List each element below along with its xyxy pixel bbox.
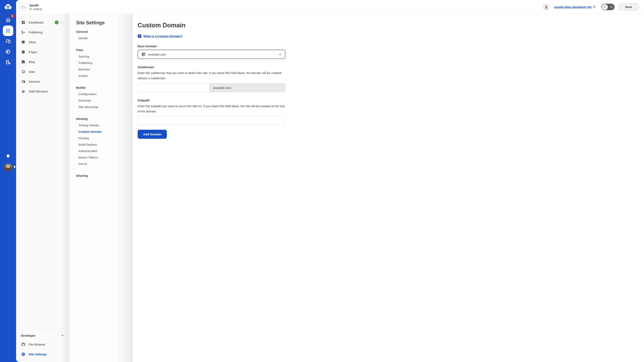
help-link[interactable]: What is a Custom Domain?: [143, 34, 182, 38]
nav-item-label: Dashboard: [28, 21, 43, 24]
subpath-label: Subpath: [138, 98, 285, 102]
subdomain-suffix: .example.com: [209, 83, 285, 92]
section-heading-general: General: [76, 30, 133, 33]
organization-gear-icon: [6, 59, 11, 65]
rail-globe-button[interactable]: [4, 47, 12, 56]
content-columns: Dashboard Publishing: [16, 14, 322, 181]
settings-item-details[interactable]: Details: [78, 35, 133, 41]
nav-item-pages[interactable]: Pages: [16, 47, 69, 57]
apps-grid-icon: [6, 28, 11, 33]
nav-item-label: Pages: [28, 50, 37, 54]
nav-item-services[interactable]: Services: [16, 77, 69, 86]
cloudcannon-logo-icon: [4, 3, 12, 10]
settings-item-publishing[interactable]: Publishing: [78, 60, 133, 66]
nav-item-label: Publishing: [28, 30, 42, 34]
nav-item-label: Services: [28, 80, 40, 83]
branch-icon: [30, 8, 32, 10]
pending-status-icon: [60, 21, 63, 24]
environment-label: staging: [33, 7, 42, 10]
settings-item-schedule[interactable]: Schedule: [78, 97, 133, 104]
rail-notifications-button[interactable]: [4, 152, 12, 160]
subpath-description: Enter the subpath you want to serve this…: [138, 104, 285, 114]
sync-status: [55, 20, 63, 24]
git-branch-icon: [21, 30, 25, 34]
question-icon: ?: [138, 34, 142, 38]
dashboard-icon: [21, 20, 25, 24]
section-heading-hosting: Hosting: [76, 117, 133, 121]
site-nav-sidebar: Dashboard Publishing: [16, 14, 70, 181]
environment-row: staging: [30, 7, 42, 10]
notification-badge: 2: [10, 14, 14, 18]
settings-item-backups[interactable]: Backups: [78, 66, 133, 73]
globe-icon: [6, 49, 11, 54]
subdomain-input-group: .example.com: [138, 83, 285, 92]
settings-item-forms[interactable]: Forms: [78, 161, 133, 167]
devices-icon: [21, 79, 25, 84]
document-icon: [21, 50, 25, 54]
rail-home-button[interactable]: 2: [4, 15, 12, 24]
section-heading-sharing: Sharing: [76, 174, 133, 178]
settings-item-build-deploys[interactable]: Build Deploys: [78, 141, 133, 148]
settings-item-configuration[interactable]: Configuration: [78, 91, 133, 97]
page-title: Custom Domain: [138, 22, 285, 29]
settings-item-routing[interactable]: Routing: [78, 135, 133, 141]
section-heading-files: Files: [76, 48, 133, 52]
subpath-input[interactable]: [138, 116, 285, 125]
nav-item-publishing[interactable]: Publishing: [16, 27, 69, 37]
expand-arrow-icon: [14, 166, 16, 168]
nav-item-label: Staff Members: [28, 90, 48, 93]
app-surface: Sendit staging purple-door.cloudvent.net: [16, 0, 322, 181]
cloudcannon-logo[interactable]: [4, 2, 12, 11]
site-name: Sendit: [30, 3, 42, 7]
home-icon: [6, 17, 11, 23]
settings-item-syncing[interactable]: Syncing: [78, 53, 133, 60]
add-domain-button[interactable]: Add Domain: [138, 130, 167, 139]
settings-subnav: Site Settings General Details Files Sync…: [70, 14, 133, 181]
nav-item-inbox[interactable]: Inbox: [16, 37, 69, 47]
nav-item-label: Blog: [28, 60, 34, 63]
nav-item-dashboard[interactable]: Dashboard: [16, 17, 69, 27]
site-logo-icon: [20, 5, 26, 9]
calendar-check-icon: [21, 60, 25, 64]
top-header: Sendit staging purple-door.cloudvent.net: [16, 0, 322, 14]
base-domain-label: Base Domain: [138, 44, 285, 48]
data-loop-icon: [21, 70, 25, 74]
help-link-row[interactable]: ? What is a Custom Domain?: [138, 34, 285, 38]
site-logo-thumbnail: [19, 3, 27, 11]
rail-devices-button[interactable]: [4, 37, 12, 46]
base-domain-value: example.com: [148, 53, 166, 56]
globe-icon: [141, 52, 146, 56]
sync-ok-icon: [55, 20, 58, 24]
settings-item-custom-domain[interactable]: Custom Domain: [78, 128, 133, 135]
rail-apps-button-active[interactable]: [3, 25, 13, 36]
bell-icon: [6, 154, 10, 158]
inbox-icon: [21, 40, 25, 44]
section-heading-builds: Builds: [76, 86, 133, 89]
base-domain-select[interactable]: example.com: [138, 50, 285, 59]
site-meta: Sendit staging: [30, 3, 42, 10]
site-nav-list: Dashboard Publishing: [16, 14, 69, 181]
nav-item-label: Data: [28, 70, 35, 73]
settings-item-testing-domain[interactable]: Testing Domain: [78, 122, 133, 128]
settings-item-authentication[interactable]: Authentication: [78, 148, 133, 154]
main-panel: Custom Domain ? What is a Custom Domain?…: [133, 14, 322, 181]
nav-item-label: Inbox: [28, 40, 36, 44]
nav-item-blog[interactable]: Blog: [16, 57, 69, 67]
nav-item-staff-members[interactable]: Staff Members: [16, 86, 69, 96]
chevron-down-icon: [278, 53, 282, 56]
people-icon: [21, 89, 25, 93]
settings-item-site-mountings[interactable]: Site Mountings: [78, 104, 133, 110]
nav-item-data[interactable]: Data: [16, 67, 69, 77]
subdomain-description: Enter the subdomain that you wish to att…: [138, 70, 285, 81]
subdomain-label: Subdomain: [138, 65, 285, 69]
subdomain-input[interactable]: [138, 83, 209, 92]
settings-item-assets[interactable]: Assets: [78, 73, 133, 79]
settings-item-bearer-tokens[interactable]: Bearer Tokens: [78, 154, 133, 161]
app-rail: 2: [0, 0, 16, 181]
rail-user-menu[interactable]: [4, 163, 12, 172]
user-avatar: [4, 163, 12, 171]
settings-subnav-title: Site Settings: [76, 20, 133, 25]
devices-icon: [5, 38, 11, 44]
rail-organization-button[interactable]: [4, 58, 12, 66]
